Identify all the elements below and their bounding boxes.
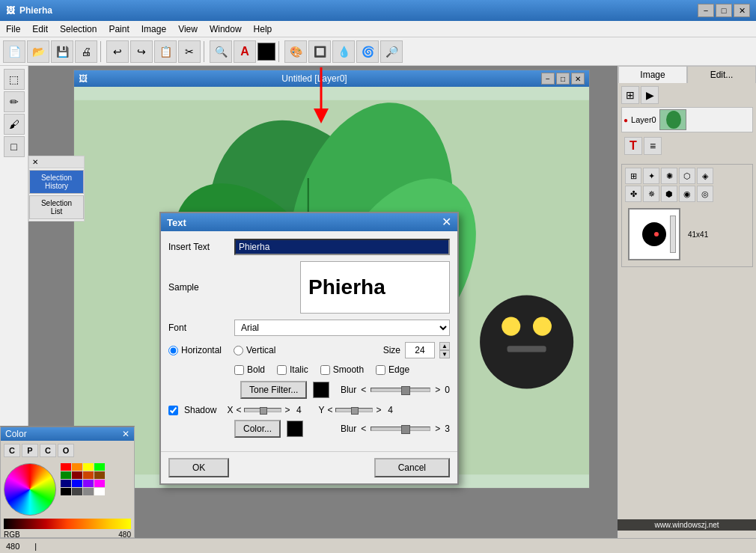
vertical-radio[interactable] [234, 346, 243, 355]
italic-checkbox[interactable] [277, 365, 287, 375]
tool-2[interactable]: ✦ [643, 168, 659, 184]
zoom-in-button[interactable]: 🔍 [210, 40, 232, 63]
shadow-blur-slider[interactable] [371, 427, 430, 431]
shadow-color-button[interactable]: Color... [234, 420, 281, 438]
fill-button[interactable]: 💧 [332, 40, 355, 63]
redo-button[interactable]: ↪ [130, 40, 153, 63]
smooth-checkbox[interactable] [320, 365, 330, 375]
close-button[interactable]: ✕ [734, 4, 750, 17]
cs-15[interactable] [83, 488, 94, 495]
size-input[interactable] [405, 342, 435, 358]
ok-button[interactable]: OK [168, 458, 229, 477]
cs-10[interactable] [72, 480, 82, 487]
vertical-radio-item[interactable]: Vertical [234, 345, 275, 355]
bold-checkbox[interactable] [234, 365, 244, 375]
maximize-button[interactable]: □ [716, 4, 732, 17]
selection-history-btn[interactable]: Selection History [29, 170, 84, 194]
color-tab-o[interactable]: O [58, 444, 74, 457]
cut-button[interactable]: ✂ [178, 40, 201, 63]
cs-4[interactable] [94, 463, 105, 471]
lasso-tool[interactable]: ✏ [4, 91, 25, 112]
menu-help[interactable]: Help [248, 22, 278, 36]
tool-6[interactable]: ✤ [625, 186, 641, 202]
select-tool[interactable]: ⬚ [4, 69, 25, 90]
cs-13[interactable] [61, 488, 71, 495]
cs-16[interactable] [94, 488, 105, 495]
tab-image[interactable]: Image [618, 66, 687, 83]
size-up-button[interactable]: ▲ [439, 342, 450, 350]
smooth-check-item[interactable]: Smooth [320, 364, 364, 375]
tool-9[interactable]: ◉ [679, 186, 695, 202]
cs-8[interactable] [94, 471, 105, 479]
layer-icon-2[interactable]: ▶ [641, 86, 659, 104]
text-layer-btn[interactable]: T [624, 137, 642, 155]
layer-row[interactable]: ● Layer0 [621, 107, 753, 132]
cs-12[interactable] [94, 480, 105, 487]
bold-check-item[interactable]: Bold [234, 364, 265, 375]
cs-2[interactable] [72, 463, 82, 471]
canvas-close[interactable]: ✕ [571, 73, 585, 85]
selection-list-btn[interactable]: Selection List [29, 195, 84, 219]
tab-edit[interactable]: Edit... [687, 66, 756, 83]
edge-checkbox[interactable] [376, 365, 385, 375]
color-tab-c1[interactable]: C [4, 444, 20, 457]
foreground-color-swatch[interactable] [257, 43, 275, 61]
print-button[interactable]: 🖨 [75, 40, 97, 63]
menu-file[interactable]: File [0, 22, 26, 36]
shadow-color-swatch[interactable] [287, 421, 303, 437]
size-down-button[interactable]: ▼ [439, 350, 450, 358]
color-gradient-bar[interactable] [4, 519, 131, 529]
brush-handle[interactable] [670, 216, 676, 253]
canvas-maximize[interactable]: □ [556, 73, 570, 85]
x-slider[interactable] [244, 408, 281, 412]
menu-selection[interactable]: Selection [54, 22, 103, 36]
cs-3[interactable] [83, 463, 94, 471]
blur-left-arrow[interactable]: < [361, 385, 366, 395]
cs-1[interactable] [61, 463, 71, 471]
color-wheel[interactable] [4, 463, 56, 516]
insert-text-input[interactable] [234, 239, 450, 255]
cs-11[interactable] [83, 480, 94, 487]
shadow-checkbox[interactable] [168, 406, 178, 415]
menu-view[interactable]: View [172, 22, 204, 36]
blur-right-arrow[interactable]: > [435, 385, 440, 395]
selection-panel-close[interactable]: ✕ [32, 158, 38, 166]
tool-5[interactable]: ◈ [697, 168, 713, 184]
brush-tool[interactable]: 🖌 [4, 114, 25, 135]
horizontal-radio[interactable] [168, 346, 178, 355]
cs-9[interactable] [61, 480, 71, 487]
tool-4[interactable]: ⬡ [679, 168, 695, 184]
blur-slider[interactable] [371, 388, 430, 392]
cs-5[interactable] [61, 471, 71, 479]
italic-check-item[interactable]: Italic [277, 364, 308, 375]
rotate-button[interactable]: 🌀 [356, 40, 379, 63]
tool-8[interactable]: ⬢ [661, 186, 677, 202]
cs-14[interactable] [72, 488, 82, 495]
color-tab-p[interactable]: P [22, 444, 38, 457]
x-right-arrow[interactable]: > [284, 405, 290, 415]
cs-7[interactable] [83, 471, 94, 479]
crop-button[interactable]: 🔲 [308, 40, 331, 63]
tool-10[interactable]: ◎ [697, 186, 713, 202]
menu-window[interactable]: Window [204, 22, 248, 36]
cancel-button[interactable]: Cancel [374, 458, 450, 477]
horizontal-radio-item[interactable]: Horizontal [168, 345, 222, 355]
effect-button[interactable]: 🎨 [284, 40, 307, 63]
tone-color-swatch[interactable] [313, 382, 329, 398]
edge-check-item[interactable]: Edge [376, 364, 409, 375]
undo-button[interactable]: ↩ [106, 40, 129, 63]
cs-6[interactable] [72, 471, 82, 479]
y-right-arrow[interactable]: > [376, 405, 381, 415]
menu-edit[interactable]: Edit [26, 22, 54, 36]
menu-image[interactable]: Image [135, 22, 172, 36]
y-left-arrow[interactable]: < [327, 405, 332, 415]
minimize-button[interactable]: − [698, 4, 714, 17]
font-select[interactable]: Arial Times New Roman Courier New [234, 320, 450, 336]
shadow-check-item[interactable]: Shadow [168, 405, 216, 415]
rect-tool[interactable]: □ [4, 136, 25, 157]
color-panel-close[interactable]: ✕ [122, 429, 129, 439]
x-left-arrow[interactable]: < [236, 405, 241, 415]
save-button[interactable]: 💾 [51, 40, 73, 63]
open-button[interactable]: 📂 [27, 40, 49, 63]
dialog-close-button[interactable]: ✕ [442, 216, 451, 228]
